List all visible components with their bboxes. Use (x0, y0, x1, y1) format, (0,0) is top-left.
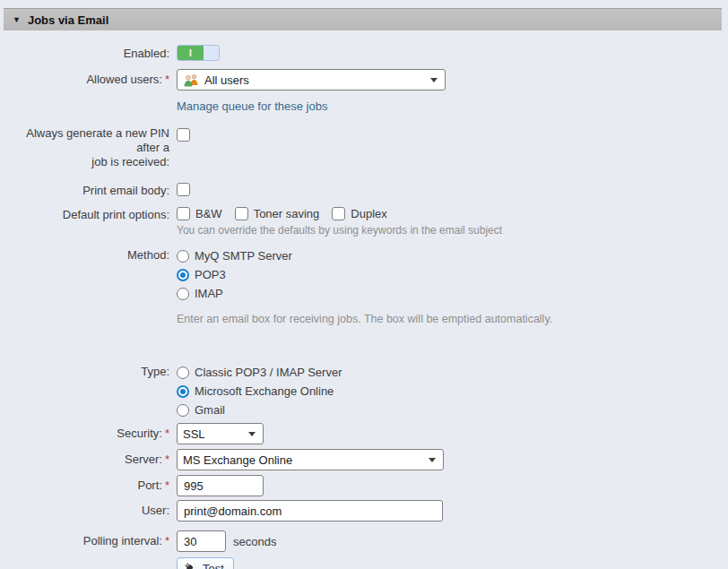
test-button-label: Test (203, 562, 224, 569)
security-value: SSL (183, 427, 205, 441)
required-asterisk: * (165, 478, 169, 492)
default-print-options-row: Default print options: B&W Toner saving … (0, 207, 728, 237)
polling-interval-row: Polling interval:* seconds (0, 530, 728, 552)
print-email-body-row: Print email body: (0, 183, 728, 198)
radio-unselected-icon (177, 404, 189, 417)
radio-selected-icon (177, 269, 189, 281)
allowed-users-label: Allowed users: (86, 73, 162, 86)
toggle-on-segment: I (178, 46, 204, 60)
security-row: Security:* SSL (0, 423, 728, 444)
dropdown-caret-icon (248, 432, 256, 440)
port-input[interactable] (177, 475, 264, 496)
method-option-smtp[interactable]: MyQ SMTP Server (177, 246, 292, 265)
type-option-classic[interactable]: Classic POP3 / IMAP Server (177, 363, 342, 382)
polling-interval-unit: seconds (233, 535, 276, 548)
print-email-body-label: Print email body: (0, 183, 177, 198)
user-label: User: (0, 500, 177, 518)
pin-label: Always generate a new PIN after a job is… (0, 125, 177, 169)
panel-title: Jobs via Email (28, 13, 108, 27)
bw-option: B&W (177, 207, 222, 220)
type-option-exchange-online[interactable]: Microsoft Exchange Online (177, 382, 334, 401)
radio-unselected-icon (177, 366, 189, 379)
port-row: Port:* (0, 475, 728, 496)
type-row: Type: Classic POP3 / IMAP Server Microso… (0, 363, 728, 419)
radio-selected-icon (177, 385, 189, 398)
print-options-help: You can override the defaults by using k… (177, 224, 502, 237)
plug-icon (184, 562, 197, 569)
enabled-label: Enabled: (0, 45, 177, 61)
user-row: User: (0, 500, 728, 522)
print-email-body-checkbox[interactable] (177, 183, 190, 196)
toner-saving-label: Toner saving (254, 207, 320, 220)
polling-interval-label: Polling interval: (83, 534, 162, 547)
dropdown-caret-icon (429, 458, 436, 466)
enabled-toggle[interactable]: I (177, 45, 220, 61)
allowed-users-value: All users (204, 73, 249, 87)
security-label: Security: (117, 427, 162, 440)
manage-queue-row: Manage queue for these jobs (0, 98, 728, 113)
dropdown-caret-icon (430, 78, 438, 86)
duplex-option: Duplex (332, 207, 386, 220)
polling-interval-input[interactable] (177, 530, 226, 552)
test-button[interactable]: Test (177, 557, 234, 569)
required-asterisk: * (165, 427, 169, 440)
default-print-options-label: Default print options: (0, 207, 177, 222)
users-icon (183, 73, 199, 87)
bw-label: B&W (195, 207, 222, 220)
method-row: Method: MyQ SMTP Server POP3 IMAP (0, 246, 728, 303)
radio-unselected-icon (177, 288, 189, 300)
required-asterisk: * (165, 534, 169, 547)
method-option-imap[interactable]: IMAP (177, 284, 223, 303)
toggle-knob (204, 46, 219, 60)
allowed-users-row: Allowed users:* All users (0, 69, 728, 91)
server-row: Server:* MS Exchange Online (0, 449, 728, 470)
duplex-label: Duplex (351, 207, 386, 220)
pin-row: Always generate a new PIN after a job is… (0, 125, 728, 169)
required-asterisk: * (165, 453, 169, 466)
type-option-gmail[interactable]: Gmail (177, 401, 225, 419)
radio-unselected-icon (177, 250, 189, 263)
mailbox-help-row: Enter an email box for receiving jobs. T… (0, 313, 728, 325)
bw-checkbox[interactable] (177, 207, 190, 220)
jobs-via-email-panel: ▼ Jobs via Email Enabled: I Allowed user… (0, 8, 728, 569)
enabled-row: Enabled: I (0, 45, 728, 61)
duplex-checkbox[interactable] (332, 207, 345, 220)
allowed-users-select[interactable]: All users (177, 69, 446, 91)
port-label: Port: (137, 478, 161, 492)
security-select[interactable]: SSL (177, 423, 264, 444)
type-label: Type: (0, 363, 177, 379)
test-row: Test (0, 557, 728, 569)
manage-queue-link[interactable]: Manage queue for these jobs (177, 99, 327, 113)
user-input[interactable] (177, 500, 443, 522)
toner-saving-checkbox[interactable] (235, 207, 248, 220)
required-asterisk: * (165, 73, 169, 86)
method-option-pop3[interactable]: POP3 (177, 265, 226, 284)
collapse-triangle-icon: ▼ (13, 16, 21, 24)
pin-checkbox[interactable] (177, 128, 190, 142)
method-label: Method: (0, 246, 177, 263)
toner-saving-option: Toner saving (235, 207, 320, 220)
server-label: Server: (125, 453, 162, 466)
mailbox-help-text: Enter an email box for receiving jobs. T… (177, 313, 552, 325)
server-select[interactable]: MS Exchange Online (177, 449, 444, 470)
server-value: MS Exchange Online (183, 453, 292, 467)
panel-header[interactable]: ▼ Jobs via Email (4, 8, 722, 30)
